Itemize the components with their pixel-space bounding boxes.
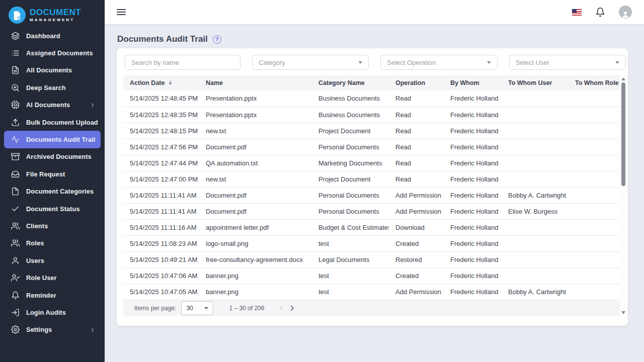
sidebar-item-bulk-document-upload[interactable]: Bulk Document Upload	[4, 114, 101, 131]
items-per-page-select[interactable]: 30	[181, 301, 213, 315]
brand-text: DOCUMENT MANAGEMENT	[30, 8, 81, 22]
help-icon[interactable]: ?	[213, 35, 221, 44]
sidebar-item-archived-documents[interactable]: Archived Documents	[4, 148, 101, 165]
cell-name: QA automation.txt	[199, 155, 312, 171]
cell-action-date: 5/14/2025 12:48:45 PM	[123, 90, 199, 107]
user-avatar[interactable]	[619, 6, 632, 19]
sidebar-item-all-documents[interactable]: All Documents	[4, 62, 101, 79]
filters-row: Category Select Operation Select User	[117, 48, 628, 75]
cell-operation: Add Permission	[389, 203, 444, 219]
sidebar-item-deep-search[interactable]: Deep Search	[4, 79, 101, 96]
cell-to-whom-user	[502, 171, 569, 187]
users-icon	[11, 239, 20, 247]
sidebar-item-label: File Request	[26, 170, 65, 178]
cell-operation: Created	[389, 235, 444, 251]
cell-name: banner.png	[199, 267, 312, 284]
cell-to-whom-user	[502, 251, 569, 267]
scroll-up-arrow[interactable]	[621, 77, 625, 80]
notifications-bell-icon[interactable]	[595, 7, 605, 17]
cell-action-date: 5/14/2025 12:48:15 PM	[123, 123, 199, 139]
sidebar-item-label: Deep Search	[26, 84, 66, 92]
sidebar-item-documents-audit-trail[interactable]: Documents Audit Trail	[4, 131, 101, 148]
cell-operation: Read	[389, 139, 444, 155]
previous-page-button[interactable]	[276, 303, 286, 313]
topbar	[105, 0, 644, 24]
scroll-down-arrow[interactable]	[621, 311, 625, 314]
sidebar-item-label: Document Categories	[26, 188, 94, 195]
cell-by-whom: Frederic Holland	[444, 107, 502, 123]
main-area: Documents Audit Trail ? Category Select …	[105, 0, 644, 362]
sidebar-item-label: Role User	[26, 274, 57, 282]
sidebar-item-label: Clients	[26, 222, 48, 230]
cell-name: free-consultancy-agreement.docx	[199, 251, 312, 267]
cell-category-name: Business Documents	[312, 90, 389, 107]
column-header-action-date[interactable]: Action Date	[123, 75, 199, 90]
check-icon	[11, 205, 20, 213]
cell-category-name: test	[312, 267, 389, 284]
sidebar-item-role-user[interactable]: Role User	[4, 269, 101, 286]
sidebar-item-dashboard[interactable]: Dashboard	[4, 27, 101, 44]
table-row: 5/14/2025 11:11:41 AMDocument.pdfPersona…	[123, 187, 620, 203]
cell-operation: Download	[389, 219, 444, 235]
cell-name: Document.pdf	[199, 187, 312, 203]
user-filter-label: Select User	[516, 59, 549, 66]
cell-to-whom-role	[569, 284, 620, 300]
cell-to-whom-role	[569, 171, 620, 187]
column-header-category-name[interactable]: Category Name	[312, 75, 389, 90]
sidebar-item-login-audits[interactable]: Login Audits	[4, 304, 101, 321]
menu-toggle-button[interactable]	[117, 8, 126, 17]
page-nav	[276, 303, 297, 313]
column-header-to-whom-user[interactable]: To Whom User	[502, 75, 569, 90]
app-logo[interactable]: DOCUMENT MANAGEMENT	[0, 0, 105, 26]
user-check-icon	[11, 274, 20, 282]
language-flag-icon[interactable]	[572, 9, 582, 16]
sidebar-item-reminder[interactable]: Reminder	[4, 287, 101, 304]
sidebar-item-file-request[interactable]: File Request	[4, 165, 101, 183]
items-per-page-value: 30	[186, 305, 193, 312]
cell-to-whom-user	[502, 90, 569, 107]
sidebar-item-settings[interactable]: Settings	[4, 321, 101, 338]
column-header-to-whom-role[interactable]: To Whom Role	[569, 75, 620, 90]
cell-action-date: 5/14/2025 12:47:00 PM	[123, 171, 199, 187]
category-filter-dropdown[interactable]: Category	[252, 55, 369, 70]
sidebar-item-ai-documents[interactable]: AI Documents	[4, 97, 101, 114]
sidebar-item-roles[interactable]: Roles	[4, 235, 101, 252]
sidebar-item-label: Bulk Document Upload	[26, 119, 98, 126]
caret-down-icon	[358, 61, 362, 64]
sidebar-item-users[interactable]: Users	[4, 252, 101, 269]
operation-filter-dropdown[interactable]: Select Operation	[380, 55, 497, 70]
cell-category-name: Marketing Documents	[312, 155, 389, 171]
table-row: 5/14/2025 12:48:15 PMnew.txtProject Docu…	[123, 123, 620, 139]
cell-operation: Restored	[389, 251, 444, 267]
cell-by-whom: Frederic Holland	[444, 139, 502, 155]
cell-by-whom: Frederic Holland	[444, 267, 502, 284]
cell-operation: Created	[389, 267, 444, 284]
cell-to-whom-role	[569, 235, 620, 251]
column-header-by-whom[interactable]: By Whom	[444, 75, 502, 90]
caret-down-icon	[615, 61, 619, 64]
column-header-name[interactable]: Name	[199, 75, 312, 90]
sidebar-item-document-status[interactable]: Document Status	[4, 200, 101, 217]
sidebar-item-label: Assigned Documents	[26, 49, 93, 57]
cell-category-name: Personal Documents	[312, 187, 389, 203]
cell-to-whom-user: Bobby A. Cartwright	[502, 187, 569, 203]
cell-name: Presentation.pptx	[199, 107, 312, 123]
search-input[interactable]	[125, 55, 240, 70]
sidebar-item-clients[interactable]: Clients	[4, 217, 101, 234]
cell-category-name: test	[312, 284, 389, 300]
user-filter-dropdown[interactable]: Select User	[509, 55, 626, 70]
sidebar-item-document-categories[interactable]: Document Categories	[4, 183, 101, 200]
archive-icon	[11, 152, 20, 161]
page-head: Documents Audit Trail ?	[117, 30, 628, 48]
next-page-button[interactable]	[287, 303, 297, 313]
cell-category-name: Business Documents	[312, 107, 389, 123]
sidebar-item-assigned-documents[interactable]: Assigned Documents	[4, 44, 101, 61]
cell-name: banner.png	[199, 284, 312, 300]
cell-action-date: 5/14/2025 11:11:16 AM	[123, 219, 199, 235]
column-header-operation[interactable]: Operation	[389, 75, 444, 90]
cpu-icon	[11, 101, 20, 109]
scrollbar-thumb[interactable]	[621, 82, 625, 186]
cell-to-whom-user	[502, 139, 569, 155]
audit-trail-card: Category Select Operation Select User	[117, 48, 628, 326]
cell-by-whom: Frederic Holland	[444, 90, 502, 107]
